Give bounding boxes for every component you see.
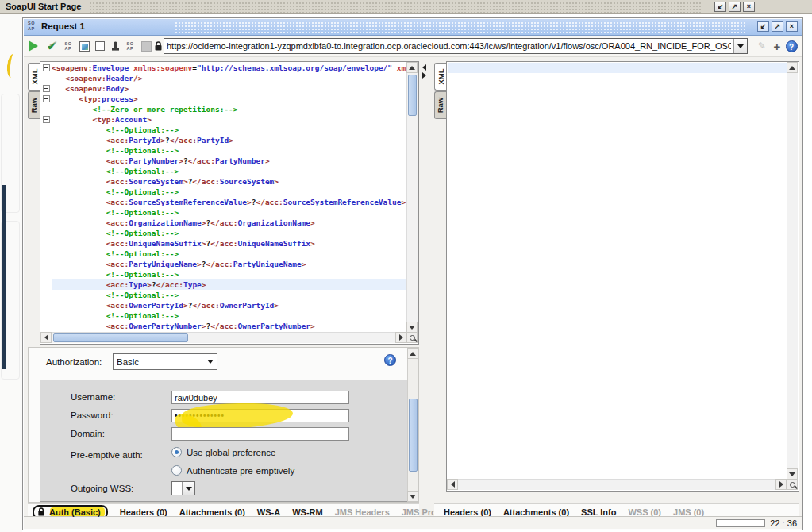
create-empty-request-icon[interactable]	[94, 40, 106, 52]
vscroll-thumb[interactable]	[409, 399, 418, 472]
xml-line: <acc:OwnerPartyNumber>?</acc:OwnerPartyN…	[52, 321, 406, 331]
close-icon[interactable]: ×	[786, 21, 798, 32]
status-bar: 22 : 36	[24, 516, 802, 529]
scroll-down-icon[interactable]	[407, 491, 418, 502]
response-view-tab-raw[interactable]: Raw	[434, 91, 446, 119]
scroll-left-icon[interactable]	[40, 332, 52, 343]
response-editor-hscrollbar[interactable]	[448, 479, 787, 490]
fold-toggle-icon[interactable]	[43, 116, 50, 123]
request-titlebar[interactable]: SOAP Request 1 ↙ ↗ ×	[24, 19, 802, 36]
background-logo-arc	[6, 53, 18, 78]
collapse-left-icon[interactable]	[422, 64, 426, 71]
request-xml-editor[interactable]: <soapenv:Envelope xmlns:soapenv="http://…	[52, 63, 406, 332]
outgoing-wss-label: Outgoing WSS:	[71, 484, 133, 493]
maximize-icon[interactable]: ↗	[772, 21, 783, 32]
response-editor-vscrollbar[interactable]	[787, 63, 798, 479]
scroll-down-icon[interactable]	[406, 322, 418, 333]
vscroll-thumb[interactable]	[408, 75, 417, 116]
editor-corner-zoom-icon[interactable]	[406, 332, 418, 343]
main-window-title: SoapUI Start Page	[6, 2, 81, 11]
response-editor-frame	[446, 61, 799, 492]
soap-request-icon: SOAP	[28, 21, 39, 33]
request-view-tab-xml[interactable]: XML	[28, 63, 40, 91]
scroll-up-icon[interactable]	[406, 62, 418, 73]
scroll-down-icon[interactable]	[787, 468, 798, 480]
request-view-tab-raw[interactable]: Raw	[28, 91, 40, 119]
endpoint-url-input[interactable]	[164, 39, 733, 53]
xml-line: <acc:PartyId>?</acc:PartyId>	[52, 135, 406, 145]
recreate-request-icon[interactable]	[78, 40, 90, 52]
minimize-icon[interactable]: ↙	[757, 21, 769, 32]
request-titlebar-texture	[175, 21, 745, 33]
preemptive-auth-label: Pre-emptive auth:	[71, 450, 143, 460]
scroll-right-icon[interactable]	[395, 332, 406, 343]
add-endpoint-icon[interactable]: +	[771, 40, 783, 52]
scroll-up-icon[interactable]	[407, 348, 418, 359]
basic-auth-panel: Pre-emptive auth: Use global preferenceA…	[40, 380, 408, 502]
authorization-select[interactable]: Basic	[113, 353, 217, 370]
add-to-mockservice-icon[interactable]: SOAP	[124, 40, 137, 52]
xml-line: <!--Optional:-->	[52, 125, 406, 135]
clone-request-icon[interactable]	[109, 40, 121, 52]
password-field[interactable]	[171, 409, 349, 422]
auth-section: Authorization: Basic ? Pre-emptive auth:…	[28, 347, 419, 503]
domain-field[interactable]	[171, 427, 349, 441]
hscroll-thumb[interactable]	[53, 333, 188, 342]
request-editor-hscrollbar[interactable]	[41, 332, 406, 343]
fold-toggle-icon[interactable]	[43, 85, 50, 92]
response-tab-headers-0[interactable]: Headers (0)	[444, 507, 491, 517]
auth-field-row: Domain:	[40, 427, 407, 443]
endpoint-dropdown-icon[interactable]	[733, 39, 747, 53]
request-tab-jms-headers: JMS Headers	[335, 507, 390, 517]
response-view-tab-xml[interactable]: XML	[434, 63, 446, 91]
scroll-right-icon[interactable]	[775, 479, 787, 490]
maximize-icon[interactable]: ↗	[729, 2, 741, 12]
close-icon[interactable]: ×	[743, 2, 755, 12]
add-to-testcase-icon[interactable]: SOAP	[62, 40, 75, 52]
auth-vscrollbar[interactable]	[407, 348, 418, 502]
response-tab-wss-0: WSS (0)	[628, 507, 661, 517]
preemptive-radio-option[interactable]: Authenticate pre-emptively	[171, 465, 294, 476]
xml-line: <!--Optional:-->	[52, 249, 406, 259]
titlebar-texture	[89, 2, 702, 13]
auth-field-row: Password:	[40, 409, 407, 425]
radio-label: Use global preference	[187, 448, 276, 457]
submit-request-button[interactable]	[27, 40, 40, 52]
request-tab-ws-a[interactable]: WS-A	[257, 507, 280, 517]
auth-help-icon[interactable]: ?	[384, 354, 396, 366]
radio-button-selected[interactable]	[171, 447, 182, 457]
xml-line: <!--Optional:-->	[52, 207, 406, 218]
response-tab-attachments-0[interactable]: Attachments (0)	[503, 507, 569, 517]
xml-line: <acc:UniqueNameSuffix>?</acc:UniqueNameS…	[52, 238, 406, 249]
request-editor-vscrollbar[interactable]	[406, 63, 418, 332]
request-window-controls: ↙ ↗ ×	[757, 21, 798, 32]
editor-corner-zoom-icon[interactable]	[787, 479, 798, 490]
request-title: Request 1	[41, 21, 85, 31]
authorization-label: Authorization:	[46, 357, 102, 367]
request-tab-ws-rm[interactable]: WS-RM	[292, 507, 323, 517]
request-tab-headers-0[interactable]: Headers (0)	[120, 507, 167, 517]
preemptive-radio-option[interactable]: Use global preference	[171, 447, 276, 457]
splitpane-divider[interactable]	[422, 64, 426, 79]
collapse-right-icon[interactable]	[422, 72, 426, 79]
edit-endpoint-icon: ✎	[756, 40, 768, 52]
password-label: Password:	[71, 411, 114, 420]
background-page-strip	[0, 14, 22, 532]
background-navy-bar	[2, 185, 6, 369]
radio-button[interactable]	[171, 465, 182, 476]
username-field[interactable]	[171, 391, 349, 404]
request-tab-attachments-0[interactable]: Attachments (0)	[179, 507, 245, 517]
scroll-left-icon[interactable]	[447, 479, 458, 490]
scroll-up-icon[interactable]	[787, 62, 798, 73]
restore-down-icon[interactable]: ↙	[714, 2, 726, 12]
help-icon[interactable]: ?	[785, 40, 798, 52]
radio-label: Authenticate pre-emptively	[187, 466, 294, 476]
fold-toggle-icon[interactable]	[43, 64, 50, 71]
response-tab-ssl-info[interactable]: SSL Info	[581, 507, 616, 517]
xml-line: <!--Zero or more repetitions:-->	[52, 104, 406, 114]
outgoing-wss-select[interactable]	[171, 481, 195, 495]
response-xml-editor[interactable]	[458, 63, 787, 479]
fold-toggle-icon[interactable]	[43, 95, 50, 102]
response-editor-panel: XMLRaw	[434, 61, 799, 492]
validate-request-icon[interactable]: ✔	[45, 40, 58, 52]
